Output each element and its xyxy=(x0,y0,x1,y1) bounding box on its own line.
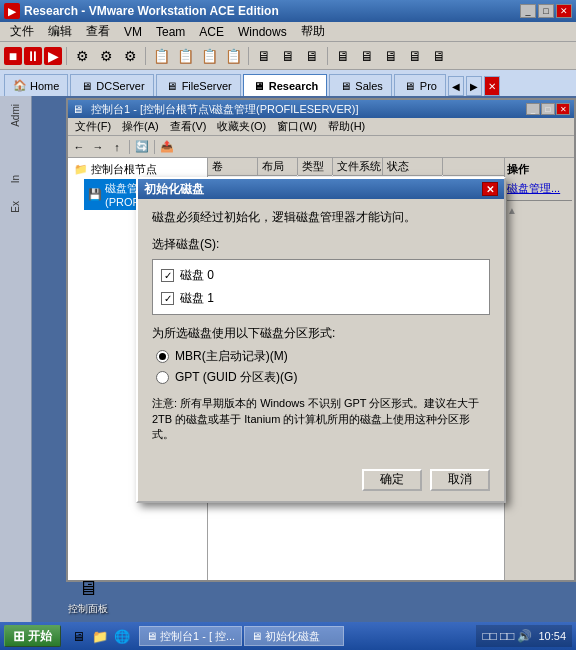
cancel-button[interactable]: 取消 xyxy=(430,469,490,491)
taskbar-item-console[interactable]: 🖥 控制台1 - [ 控... xyxy=(139,626,242,646)
tab-research-label: Research xyxy=(269,80,319,92)
disk-0-label: 磁盘 0 xyxy=(180,267,214,284)
window-title: Research - VMware Workstation ACE Editio… xyxy=(24,4,516,18)
tab-close-btn[interactable]: ✕ xyxy=(484,76,500,96)
toolbar-btn-7[interactable]: 📋 xyxy=(222,45,244,67)
menu-ace[interactable]: ACE xyxy=(193,23,230,41)
control-panel-shortcut[interactable]: 🖥 控制面板 xyxy=(68,577,108,616)
taskbar-console-icon: 🖥 xyxy=(146,630,157,642)
tab-home[interactable]: 🏠 Home xyxy=(4,74,68,96)
tabs-bar: 🏠 Home 🖥 DCServer 🖥 FileServer 🖥 Researc… xyxy=(0,70,576,96)
taskbar-item-dialog[interactable]: 🖥 初始化磁盘 xyxy=(244,626,344,646)
dialog-disk-label: 选择磁盘(S): xyxy=(152,236,490,253)
menu-vm[interactable]: VM xyxy=(118,23,148,41)
toolbar-btn-1[interactable]: ⚙ xyxy=(71,45,93,67)
minimize-button[interactable]: _ xyxy=(520,4,536,18)
sales-icon: 🖥 xyxy=(338,79,352,93)
radio-group: MBR(主启动记录)(M) GPT (GUID 分区表)(G) xyxy=(152,348,490,386)
toolbar-btn-9[interactable]: 🖥 xyxy=(277,45,299,67)
control-panel-icon: 🖥 xyxy=(78,577,98,600)
title-bar: ▶ Research - VMware Workstation ACE Edit… xyxy=(0,0,576,22)
radio-gpt-label: GPT (GUID 分区表)(G) xyxy=(175,369,297,386)
tab-sales[interactable]: 🖥 Sales xyxy=(329,74,392,96)
start-button[interactable]: ⊞ 开始 xyxy=(4,625,61,647)
close-button[interactable]: ✕ xyxy=(556,4,572,18)
radio-mbr-item: MBR(主启动记录)(M) xyxy=(156,348,490,365)
home-icon: 🏠 xyxy=(13,79,27,93)
taskbar-dialog-label: 初始化磁盘 xyxy=(265,629,320,644)
menu-edit[interactable]: 编辑 xyxy=(42,21,78,42)
tab-home-label: Home xyxy=(30,80,59,92)
tab-fileserver[interactable]: 🖥 FileServer xyxy=(156,74,241,96)
taskbar: ⊞ 开始 🖥 📁 🌐 🖥 控制台1 - [ 控... 🖥 初始化磁盘 □□ □□… xyxy=(0,622,576,650)
maximize-button[interactable]: □ xyxy=(538,4,554,18)
toolbar-btn-14[interactable]: 🖥 xyxy=(404,45,426,67)
disk-checkbox-group: 磁盘 0 磁盘 1 xyxy=(152,259,490,315)
start-label: 开始 xyxy=(28,628,52,645)
taskbar-console-label: 控制台1 - [ 控... xyxy=(160,629,235,644)
tab-pro[interactable]: 🖥 Pro xyxy=(394,74,446,96)
radio-gpt[interactable] xyxy=(156,371,169,384)
tray-clock: 10:54 xyxy=(538,630,566,642)
toolbar-btn-6[interactable]: 📋 xyxy=(198,45,220,67)
pro-icon: 🖥 xyxy=(403,79,417,93)
disk-1-checkbox[interactable] xyxy=(161,292,174,305)
toolbar-power-btn[interactable]: ■ xyxy=(4,47,22,65)
tab-dcserver[interactable]: 🖥 DCServer xyxy=(70,74,153,96)
disk-1-label: 磁盘 1 xyxy=(180,290,214,307)
tray-icons: □□ □□ 🔊 xyxy=(482,629,532,643)
partition-section: 为所选磁盘使用以下磁盘分区形式: MBR(主启动记录)(M) GPT (GUID… xyxy=(152,325,490,386)
toolbar-play-btn[interactable]: ▶ xyxy=(44,47,62,65)
toolbar-btn-12[interactable]: 🖥 xyxy=(356,45,378,67)
menu-team[interactable]: Team xyxy=(150,23,191,41)
inner-window: 🖥 控制台1 - [控制台根节点\磁盘管理(PROFILESERVER)] _ … xyxy=(66,98,576,582)
tab-next-btn[interactable]: ▶ xyxy=(466,76,482,96)
tab-sales-label: Sales xyxy=(355,80,383,92)
tray-icon-3: 🔊 xyxy=(517,629,532,643)
dcserver-icon: 🖥 xyxy=(79,79,93,93)
sidebar-ex-label: Ex xyxy=(10,201,21,213)
toolbar-btn-3[interactable]: ⚙ xyxy=(119,45,141,67)
ok-button[interactable]: 确定 xyxy=(362,469,422,491)
toolbar-pause-btn[interactable]: ⏸ xyxy=(24,47,42,65)
toolbar-btn-2[interactable]: ⚙ xyxy=(95,45,117,67)
tab-dcserver-label: DCServer xyxy=(96,80,144,92)
radio-gpt-item: GPT (GUID 分区表)(G) xyxy=(156,369,490,386)
ql-folder-icon[interactable]: 📁 xyxy=(90,626,110,646)
tab-research[interactable]: 🖥 Research xyxy=(243,74,328,96)
sidebar-in-label: In xyxy=(10,175,21,183)
windows-flag-icon: ⊞ xyxy=(13,628,25,644)
toolbar-sep-1 xyxy=(66,47,67,65)
toolbar-btn-11[interactable]: 🖥 xyxy=(332,45,354,67)
tab-pro-label: Pro xyxy=(420,80,437,92)
window-controls: _ □ ✕ xyxy=(520,4,572,18)
toolbar-btn-4[interactable]: 📋 xyxy=(150,45,172,67)
dialog-title-bar: 初始化磁盘 ✕ xyxy=(138,179,504,199)
radio-mbr[interactable] xyxy=(156,350,169,363)
toolbar-btn-5[interactable]: 📋 xyxy=(174,45,196,67)
initialize-disk-dialog: 初始化磁盘 ✕ 磁盘必须经过初始化，逻辑磁盘管理器才能访问。 选择磁盘(S): … xyxy=(136,177,506,502)
menu-view[interactable]: 查看 xyxy=(80,21,116,42)
dialog-close-btn[interactable]: ✕ xyxy=(482,182,498,196)
menu-file[interactable]: 文件 xyxy=(4,21,40,42)
dialog-buttons: 确定 取消 xyxy=(138,463,504,501)
toolbar-btn-8[interactable]: 🖥 xyxy=(253,45,275,67)
tray-icon-2: □□ xyxy=(500,629,515,643)
toolbar-btn-13[interactable]: 🖥 xyxy=(380,45,402,67)
ql-desktop-icon[interactable]: 🖥 xyxy=(68,626,88,646)
menu-windows[interactable]: Windows xyxy=(232,23,293,41)
disk-0-item: 磁盘 0 xyxy=(161,264,481,287)
menu-bar: 文件 编辑 查看 VM Team ACE Windows 帮助 xyxy=(0,22,576,42)
toolbar-btn-15[interactable]: 🖥 xyxy=(428,45,450,67)
toolbar-btn-10[interactable]: 🖥 xyxy=(301,45,323,67)
quick-launch: 🖥 📁 🌐 xyxy=(68,626,132,646)
dialog-title-text: 初始化磁盘 xyxy=(144,181,482,198)
disk-1-item: 磁盘 1 xyxy=(161,287,481,310)
disk-0-checkbox[interactable] xyxy=(161,269,174,282)
menu-help[interactable]: 帮助 xyxy=(295,21,331,42)
dialog-description: 磁盘必须经过初始化，逻辑磁盘管理器才能访问。 xyxy=(152,209,490,226)
sidebar-admi-label: Admi xyxy=(10,104,21,127)
app-icon: ▶ xyxy=(4,3,20,19)
tab-prev-btn[interactable]: ◀ xyxy=(448,76,464,96)
ql-ie-icon[interactable]: 🌐 xyxy=(112,626,132,646)
